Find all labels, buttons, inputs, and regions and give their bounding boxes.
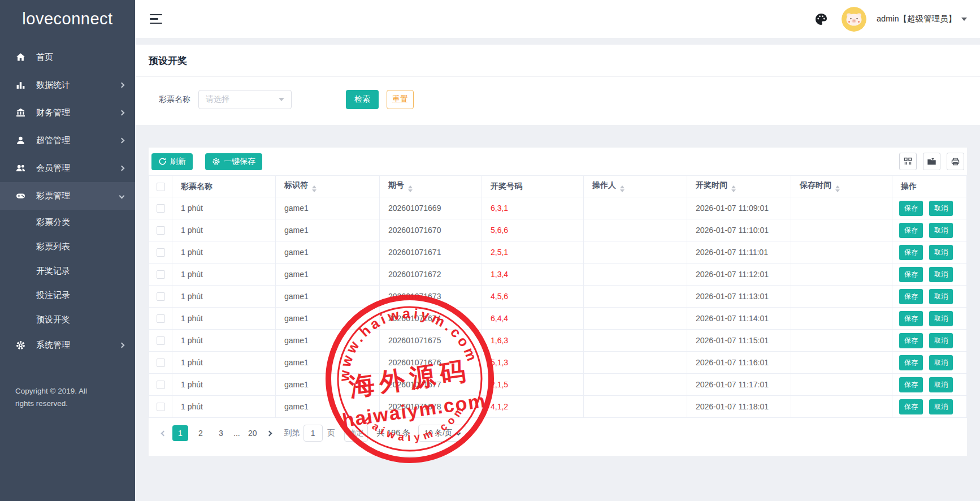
next-page-button[interactable] bbox=[263, 431, 276, 435]
row-save-button[interactable]: 保存 bbox=[899, 311, 923, 326]
table-cell bbox=[791, 197, 892, 219]
refresh-button[interactable]: 刷新 bbox=[151, 153, 193, 170]
row-save-button[interactable]: 保存 bbox=[899, 355, 923, 370]
sidebar-subitem[interactable]: 开奖记录 bbox=[0, 258, 135, 283]
row-cancel-button[interactable]: 取消 bbox=[929, 289, 953, 304]
row-cancel-button[interactable]: 取消 bbox=[929, 399, 953, 414]
table-cell: game1 bbox=[276, 219, 380, 241]
goto-page-input[interactable] bbox=[303, 425, 323, 442]
row-cancel-button[interactable]: 取消 bbox=[929, 223, 953, 238]
row-cancel-button[interactable]: 取消 bbox=[929, 377, 953, 392]
row-save-button[interactable]: 保存 bbox=[899, 223, 923, 238]
sidebar-item[interactable]: 首页 bbox=[0, 44, 135, 71]
row-cancel-button[interactable]: 取消 bbox=[929, 245, 953, 260]
theme-palette-icon[interactable] bbox=[814, 12, 828, 26]
select-all-checkbox[interactable] bbox=[157, 183, 165, 191]
column-header[interactable]: 操作人 bbox=[584, 176, 687, 197]
column-header[interactable]: 保存时间 bbox=[791, 176, 892, 197]
row-checkbox[interactable] bbox=[157, 270, 165, 279]
page-size-select[interactable]: 10 条/页 bbox=[418, 425, 467, 442]
row-cancel-button[interactable]: 取消 bbox=[929, 355, 953, 370]
row-cancel-button[interactable]: 取消 bbox=[929, 201, 953, 216]
table-cell: 202601071669 bbox=[380, 197, 482, 219]
export-button[interactable] bbox=[923, 153, 940, 170]
row-checkbox[interactable] bbox=[157, 359, 165, 367]
save-all-button[interactable]: 一键保存 bbox=[205, 153, 262, 170]
user-avatar[interactable] bbox=[842, 7, 866, 32]
sort-icon[interactable] bbox=[620, 185, 625, 192]
row-checkbox[interactable] bbox=[157, 403, 165, 411]
user-menu-caret-icon[interactable] bbox=[961, 18, 967, 21]
column-header[interactable]: 开奖时间 bbox=[687, 176, 791, 197]
sort-icon[interactable] bbox=[312, 185, 316, 192]
prev-page-button[interactable] bbox=[157, 431, 170, 435]
reset-button[interactable]: 重置 bbox=[387, 90, 414, 109]
page-header-panel: 预设开奖 彩票名称 请选择 检索 重置 bbox=[135, 45, 980, 125]
members-icon bbox=[15, 163, 25, 174]
table-cell bbox=[584, 286, 687, 308]
lottery-name-select[interactable]: 请选择 bbox=[198, 90, 292, 109]
row-checkbox[interactable] bbox=[157, 336, 165, 345]
bank-icon bbox=[15, 108, 25, 118]
table-cell bbox=[584, 308, 687, 330]
page-title: 预设开奖 bbox=[135, 45, 980, 77]
menu-toggle-icon[interactable] bbox=[150, 14, 163, 24]
row-save-button[interactable]: 保存 bbox=[899, 289, 923, 304]
table-cell: 202601071670 bbox=[380, 219, 482, 241]
search-button[interactable]: 检索 bbox=[346, 90, 379, 109]
row-save-button[interactable]: 保存 bbox=[899, 245, 923, 260]
table-cell: game1 bbox=[276, 286, 380, 308]
sort-icon[interactable] bbox=[835, 185, 840, 192]
table-row: 1 phútgame12026010716696,3,12026-01-07 1… bbox=[149, 197, 967, 219]
export-icon bbox=[927, 157, 936, 166]
pagination: 123...20 到第 页 确定 共 196 条 10 条/页 bbox=[149, 425, 967, 442]
row-checkbox[interactable] bbox=[157, 381, 165, 389]
row-checkbox[interactable] bbox=[157, 226, 165, 235]
sidebar-item[interactable]: 超管管理 bbox=[0, 127, 135, 154]
table-toolbar: 刷新 一键保存 bbox=[149, 148, 967, 170]
sidebar-subitem[interactable]: 预设开奖 bbox=[0, 307, 135, 331]
row-checkbox[interactable] bbox=[157, 314, 165, 323]
row-cancel-button[interactable]: 取消 bbox=[929, 333, 953, 348]
select-placeholder: 请选择 bbox=[206, 94, 279, 105]
row-cancel-button[interactable]: 取消 bbox=[929, 267, 953, 282]
row-cancel-button[interactable]: 取消 bbox=[929, 311, 953, 326]
row-save-button[interactable]: 保存 bbox=[899, 377, 923, 392]
user-menu[interactable]: admin【超级管理员】 bbox=[877, 14, 956, 24]
sidebar-item-label: 财务管理 bbox=[36, 107, 70, 118]
row-save-button[interactable]: 保存 bbox=[899, 333, 923, 348]
sidebar-item[interactable]: 彩票管理 bbox=[0, 182, 135, 210]
page-number-button[interactable]: 20 bbox=[245, 425, 261, 441]
sidebar-subitem[interactable]: 彩票分类 bbox=[0, 210, 135, 234]
table-cell: 2026-01-07 11:12:01 bbox=[687, 264, 791, 286]
row-checkbox[interactable] bbox=[157, 292, 165, 301]
row-checkbox[interactable] bbox=[157, 204, 165, 213]
page-number-button[interactable]: 1 bbox=[172, 425, 188, 441]
page-number-button[interactable]: 3 bbox=[213, 425, 229, 441]
printer-icon bbox=[951, 157, 960, 166]
table-cell bbox=[149, 241, 172, 264]
sidebar-subitem[interactable]: 彩票列表 bbox=[0, 234, 135, 258]
columns-icon bbox=[903, 157, 913, 166]
sidebar-item[interactable]: 系统管理 bbox=[0, 331, 135, 359]
column-header[interactable]: 期号 bbox=[380, 176, 482, 197]
row-save-button[interactable]: 保存 bbox=[899, 267, 923, 282]
goto-confirm-button[interactable]: 确定 bbox=[344, 425, 368, 442]
table-cell: 1 phút bbox=[172, 197, 276, 219]
sidebar-item[interactable]: 数据统计 bbox=[0, 71, 135, 99]
column-header[interactable]: 标识符 bbox=[276, 176, 380, 197]
sidebar-item[interactable]: 财务管理 bbox=[0, 99, 135, 127]
sort-icon[interactable] bbox=[408, 185, 413, 192]
sidebar-subitem[interactable]: 投注记录 bbox=[0, 283, 135, 307]
sort-icon[interactable] bbox=[731, 185, 736, 192]
row-save-button[interactable]: 保存 bbox=[899, 201, 923, 216]
page-number-button[interactable]: 2 bbox=[193, 425, 209, 441]
row-checkbox[interactable] bbox=[157, 248, 165, 257]
row-save-button[interactable]: 保存 bbox=[899, 399, 923, 414]
sidebar-item[interactable]: 会员管理 bbox=[0, 154, 135, 182]
table-cell: game1 bbox=[276, 264, 380, 286]
table-cell bbox=[149, 308, 172, 330]
print-button[interactable] bbox=[947, 153, 964, 170]
column-settings-button[interactable] bbox=[899, 153, 917, 170]
table-cell: 2026-01-07 11:17:01 bbox=[687, 374, 791, 396]
